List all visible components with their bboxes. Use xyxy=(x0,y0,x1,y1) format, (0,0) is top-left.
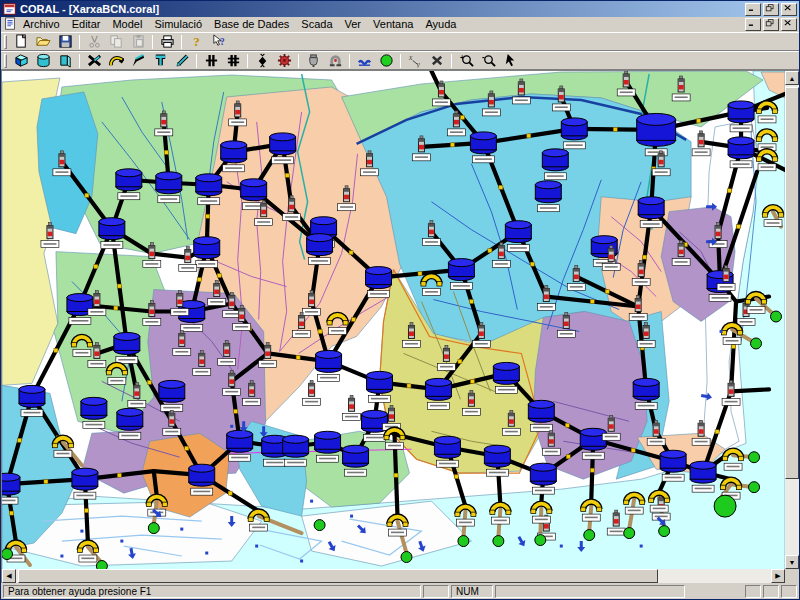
tank-symbol[interactable] xyxy=(19,385,45,416)
pipe-joint[interactable] xyxy=(117,473,121,477)
tank-symbol[interactable] xyxy=(690,461,716,492)
child-restore-button[interactable] xyxy=(763,18,779,31)
pipe-joint[interactable] xyxy=(631,448,635,452)
outlet-symbol[interactable] xyxy=(771,311,782,322)
tank-symbol[interactable] xyxy=(72,468,98,499)
pipe-joint[interactable] xyxy=(285,173,289,177)
tank-symbol[interactable] xyxy=(2,473,20,504)
pipe-segment[interactable] xyxy=(154,471,157,496)
tank-symbol[interactable] xyxy=(116,169,142,200)
tank-symbol[interactable] xyxy=(530,463,556,494)
pipe-joint[interactable] xyxy=(206,214,210,218)
delete-x-button[interactable] xyxy=(426,52,448,69)
control-valve-button[interactable] xyxy=(251,52,273,69)
gear-button[interactable] xyxy=(273,52,295,69)
pipe-joint[interactable] xyxy=(488,249,492,253)
draw-line-button[interactable] xyxy=(171,52,193,69)
tank-symbol[interactable] xyxy=(283,435,309,466)
outlet-symbol[interactable] xyxy=(493,536,504,547)
zoom-in-button[interactable]: + xyxy=(455,52,477,69)
minimize-button[interactable] xyxy=(745,3,761,16)
pipe-joint[interactable] xyxy=(185,446,189,450)
pump-curve-button[interactable] xyxy=(105,52,127,69)
pipe-joint[interactable] xyxy=(605,290,609,294)
valve-x-button[interactable] xyxy=(83,52,105,69)
context-help-button[interactable]: ? xyxy=(207,33,229,50)
water-level-button[interactable] xyxy=(353,52,375,69)
tank-symbol[interactable] xyxy=(159,380,185,411)
pipe-pen-button[interactable] xyxy=(127,52,149,69)
help-button[interactable]: ? xyxy=(185,33,207,50)
tank-symbol[interactable] xyxy=(114,332,140,363)
outlet-symbol[interactable] xyxy=(584,530,595,541)
vertical-scroll-track[interactable] xyxy=(785,481,799,555)
tank-symbol[interactable] xyxy=(484,445,510,476)
save-button[interactable] xyxy=(54,33,76,50)
pipe-joint[interactable] xyxy=(566,455,570,459)
menu-item-ventana[interactable]: Ventana xyxy=(367,17,419,32)
pipe-joint[interactable] xyxy=(613,127,617,131)
outlet-symbol[interactable] xyxy=(314,520,325,531)
pipe-joint[interactable] xyxy=(17,438,21,442)
tank-symbol[interactable] xyxy=(270,133,296,164)
close-button[interactable] xyxy=(781,3,797,16)
pipe-joint[interactable] xyxy=(349,251,353,255)
pipe-joint[interactable] xyxy=(234,409,238,413)
pipe-joint[interactable] xyxy=(458,359,462,363)
tee-button[interactable] xyxy=(149,52,171,69)
vertical-scroll-thumb[interactable] xyxy=(785,87,799,479)
pipe-joint[interactable] xyxy=(454,475,458,479)
pipe-joint[interactable] xyxy=(228,491,232,495)
pipe-joint[interactable] xyxy=(499,185,503,189)
tank-symbol[interactable] xyxy=(493,362,519,393)
tank-cylinder-button[interactable] xyxy=(32,52,54,69)
pipe-joint[interactable] xyxy=(737,225,741,229)
menu-item-model[interactable]: Model xyxy=(106,17,148,32)
child-close-button[interactable] xyxy=(781,18,797,31)
tank-symbol[interactable] xyxy=(156,172,182,203)
tank-symbol[interactable] xyxy=(561,118,587,149)
pipe-joint[interactable] xyxy=(147,380,151,384)
regulator-button[interactable] xyxy=(324,52,346,69)
menu-item-simulaci-[interactable]: Simulació xyxy=(148,17,208,32)
pipe-joint[interactable] xyxy=(469,300,473,304)
tank-symbol[interactable] xyxy=(194,237,220,268)
outlet-symbol[interactable] xyxy=(2,549,12,560)
vertical-scrollbar[interactable]: ▲ ▼ xyxy=(785,71,799,569)
tank-symbol[interactable] xyxy=(505,221,531,252)
tank-symbol[interactable] xyxy=(366,267,392,298)
pipe-joint[interactable] xyxy=(164,150,168,154)
tank-symbol[interactable] xyxy=(728,137,754,168)
menu-item-ver[interactable]: Ver xyxy=(339,17,368,32)
horizontal-scroll-track[interactable] xyxy=(660,569,771,583)
pipe-joint[interactable] xyxy=(565,423,569,427)
network-map-canvas[interactable] xyxy=(2,71,785,569)
source-circle-button[interactable] xyxy=(375,52,397,69)
outlet-symbol[interactable] xyxy=(749,452,760,463)
pipe-joint[interactable] xyxy=(450,143,454,147)
tank-symbol[interactable] xyxy=(81,397,107,428)
tank-symbol[interactable] xyxy=(307,234,333,265)
tank-symbol[interactable] xyxy=(316,350,342,381)
pipe-joint[interactable] xyxy=(217,274,221,278)
toolbar-gripper[interactable] xyxy=(4,54,7,68)
tank-symbol[interactable] xyxy=(315,431,341,462)
reservoir-prism-button[interactable] xyxy=(54,52,76,69)
pipe-joint[interactable] xyxy=(643,255,647,259)
tank-symbol[interactable] xyxy=(343,445,369,476)
pipe-joint[interactable] xyxy=(117,284,121,288)
large-outlet-symbol[interactable] xyxy=(714,495,736,517)
pipe-joint[interactable] xyxy=(54,348,58,352)
plug-button[interactable] xyxy=(302,52,324,69)
tank-symbol[interactable] xyxy=(425,378,451,409)
tank-symbol[interactable] xyxy=(638,197,664,228)
outlet-symbol[interactable] xyxy=(749,482,760,493)
junction-multi-button[interactable] xyxy=(222,52,244,69)
scroll-down-button[interactable]: ▼ xyxy=(785,555,799,569)
pipe-joint[interactable] xyxy=(94,265,98,269)
scroll-up-button[interactable]: ▲ xyxy=(785,71,799,85)
tank-symbol[interactable] xyxy=(221,141,247,172)
pipe-joint[interactable] xyxy=(418,272,422,276)
pipe-joint[interactable] xyxy=(530,262,534,266)
horizontal-scroll-thumb[interactable] xyxy=(18,569,658,583)
